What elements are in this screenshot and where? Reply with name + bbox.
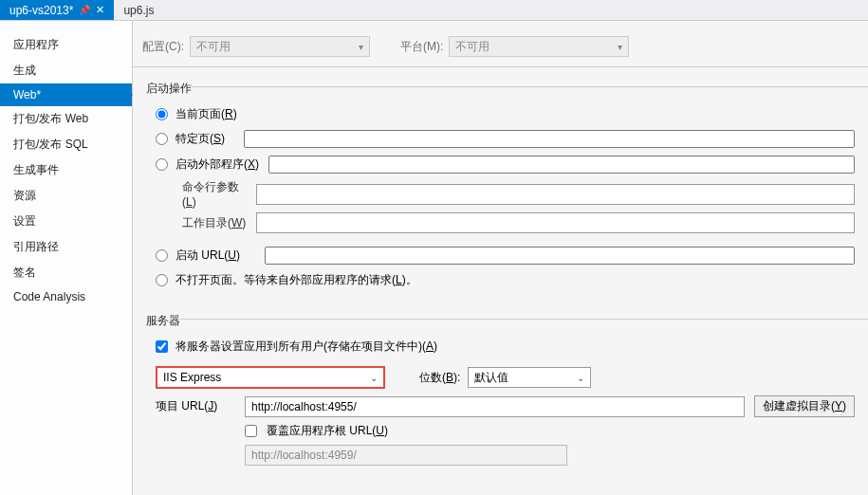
check-apply-all-label[interactable]: 将服务器设置应用到所有用户(存储在项目文件中)(A) (175, 339, 437, 355)
tab-active-label: up6-vs2013* (9, 4, 73, 17)
radio-specific-page[interactable] (156, 133, 168, 145)
bits-select[interactable]: 默认值 ⌄ (468, 367, 591, 388)
server-select[interactable]: IIS Express ⌄ (156, 366, 385, 389)
close-icon[interactable]: ✕ (96, 4, 104, 16)
platform-select: 不可用 ▾ (449, 36, 629, 57)
chevron-down-icon: ⌄ (370, 373, 378, 383)
start-url-input[interactable] (265, 247, 855, 265)
sidebar-item-0[interactable]: 应用程序 (0, 32, 132, 58)
platform-label: 平台(M): (400, 39, 443, 55)
bits-select-value: 默认值 (474, 370, 508, 386)
chevron-down-icon: ▾ (618, 42, 622, 52)
chevron-down-icon: ⌄ (577, 373, 584, 383)
check-override-root-label[interactable]: 覆盖应用程序根 URL(U) (267, 423, 388, 439)
radio-external-program[interactable] (156, 158, 168, 171)
tab-inactive-label: up6.js (123, 4, 154, 17)
project-url-label: 项目 URL(J) (156, 398, 235, 414)
config-select: 不可用 ▾ (190, 36, 370, 57)
external-program-input[interactable] (268, 156, 855, 174)
cmd-args-input[interactable] (256, 184, 855, 205)
workdir-input[interactable] (256, 212, 855, 233)
tab-inactive[interactable]: up6.js (114, 0, 163, 20)
override-root-input (245, 445, 567, 466)
create-vdir-button[interactable]: 创建虚拟目录(Y) (754, 395, 855, 417)
sidebar-item-6[interactable]: 资源 (0, 183, 132, 209)
server-select-value: IIS Express (163, 371, 221, 384)
content-pane: 配置(C): 不可用 ▾ 平台(M): 不可用 ▾ 启动操作 当前页面(R) (133, 21, 868, 495)
sidebar-item-9[interactable]: 签名 (0, 260, 132, 285)
sidebar-item-2[interactable]: Web* (0, 83, 132, 106)
section-server-title: 服务器 (133, 300, 180, 333)
radio-external-program-label[interactable]: 启动外部程序(X) (175, 156, 259, 173)
sidebar-item-5[interactable]: 生成事件 (0, 157, 132, 183)
radio-current-page-label[interactable]: 当前页面(R) (175, 106, 237, 122)
cmd-args-label: 命令行参数(L) (156, 179, 249, 209)
bits-label: 位数(B): (419, 370, 460, 386)
radio-no-open-label[interactable]: 不打开页面。等待来自外部应用程序的请求(L)。 (175, 272, 417, 288)
check-apply-all[interactable] (156, 340, 168, 353)
radio-start-url-label[interactable]: 启动 URL(U) (175, 248, 240, 264)
sidebar: 应用程序生成Web*打包/发布 Web打包/发布 SQL生成事件资源设置引用路径… (0, 21, 133, 495)
specific-page-input[interactable] (244, 130, 855, 148)
sidebar-item-7[interactable]: 设置 (0, 209, 132, 234)
sidebar-item-8[interactable]: 引用路径 (0, 234, 132, 260)
check-override-root[interactable] (245, 425, 257, 437)
config-label: 配置(C): (142, 39, 184, 55)
radio-specific-page-label[interactable]: 特定页(S) (175, 131, 225, 147)
sidebar-item-3[interactable]: 打包/发布 Web (0, 106, 132, 132)
config-value: 不可用 (196, 39, 231, 55)
project-url-input[interactable] (245, 396, 745, 417)
sidebar-item-4[interactable]: 打包/发布 SQL (0, 132, 132, 157)
document-tabs: up6-vs2013* 📌 ✕ up6.js (0, 0, 868, 21)
chevron-down-icon: ▾ (359, 42, 363, 52)
radio-start-url[interactable] (156, 249, 168, 262)
radio-no-open[interactable] (156, 274, 168, 286)
sidebar-item-1[interactable]: 生成 (0, 58, 132, 83)
tab-active[interactable]: up6-vs2013* 📌 ✕ (0, 0, 114, 20)
section-start-title: 启动操作 (133, 67, 192, 101)
pin-icon[interactable]: 📌 (79, 5, 90, 15)
platform-value: 不可用 (455, 39, 489, 55)
radio-current-page[interactable] (156, 108, 168, 120)
workdir-label: 工作目录(W) (156, 215, 249, 231)
config-bar: 配置(C): 不可用 ▾ 平台(M): 不可用 ▾ (133, 21, 868, 67)
sidebar-item-10[interactable]: Code Analysis (0, 285, 132, 308)
